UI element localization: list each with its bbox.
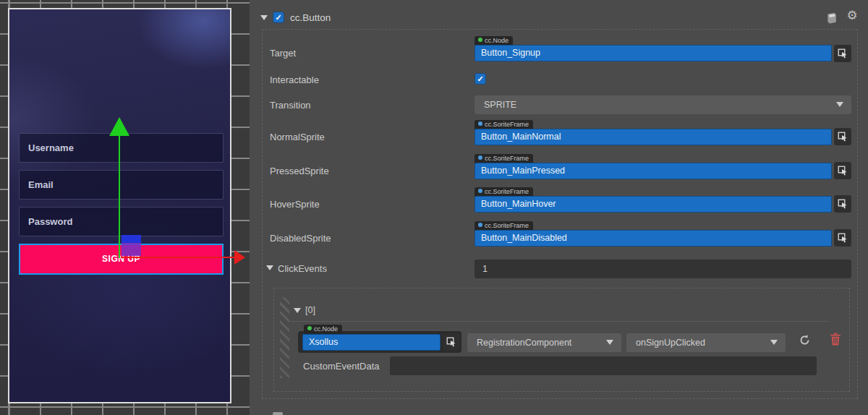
settings-gear-icon[interactable]: ⚙ [846,9,859,22]
clickevents-collapse-arrow-icon[interactable] [266,265,273,270]
event-node-reference-field[interactable]: Xsollus [302,334,441,351]
event-index-label: [0] [305,305,315,315]
help-book-icon[interactable] [825,12,838,25]
normal-sprite-label: NormalSprite [270,132,325,142]
editor-window: Username Email Password SIGN UP ✓ cc.But… [0,0,868,415]
hover-sprite-reference-field[interactable]: Button_MainHover [475,196,832,213]
email-field[interactable]: Email [19,170,224,200]
chevron-down-icon [606,340,613,345]
spriteframe-type-dot-icon [478,121,482,126]
event-handler-dropdown[interactable]: onSignUpClicked [626,333,786,352]
collapse-arrow-icon[interactable] [260,15,268,20]
node-type-dot-icon [307,326,312,330]
spriteframe-type-dot-icon [478,189,482,193]
hover-sprite-picker-button[interactable] [834,195,851,213]
gizmo-xy-plane-handle[interactable] [122,235,141,256]
normal-sprite-reference-field[interactable]: Button_MainNormal [475,129,832,145]
interactable-label: Interactable [270,74,319,85]
target-reference-field[interactable]: Button_Signup [475,45,832,61]
drag-handle-stripes[interactable] [280,297,289,378]
hover-sprite-label: HoverSprite [270,199,320,210]
pressed-sprite-picker-button[interactable] [834,162,851,179]
node-type-dot-icon [478,38,482,42]
gizmo-x-axis-arrow-icon[interactable] [234,250,245,265]
clickevent-item-panel: [0] cc.Node Xsollus RegistrationComponen… [273,288,850,392]
gizmo-y-axis-arrow-icon[interactable] [109,117,129,136]
disabled-sprite-reference-field[interactable]: Button_MainDisabled [475,230,832,247]
gizmo-y-axis-line[interactable] [119,134,120,258]
custom-event-data-input[interactable] [390,356,817,375]
password-field[interactable]: Password [19,207,224,236]
scene-view[interactable]: Username Email Password SIGN UP [0,0,250,415]
clickevents-count-field[interactable]: 1 [475,260,851,278]
event-component-dropdown[interactable]: RegistrationComponent [467,333,621,352]
pressed-sprite-reference-field[interactable]: Button_MainPressed [475,163,832,179]
spriteframe-type-dot-icon [478,155,482,160]
component-title: cc.Button [290,12,331,23]
pressed-sprite-label: PressedSprite [270,166,329,176]
event-node-picker-button[interactable] [443,333,460,351]
target-picker-button[interactable] [834,45,851,62]
component-header: ✓ cc.Button ⚙ [250,0,868,29]
chevron-down-icon [836,102,843,107]
delete-trash-icon[interactable] [830,333,843,347]
event-node-type-badge: cc.Node [304,325,342,334]
component-enabled-checkbox[interactable]: ✓ [273,12,284,23]
clickevents-label: ClickEvents [278,263,327,274]
gizmo-x-axis-line[interactable] [121,257,235,258]
transition-label: Transition [270,100,311,111]
event-collapse-arrow-icon[interactable] [294,308,301,313]
transition-dropdown[interactable]: SPRITE [475,95,851,114]
username-field[interactable]: Username [19,133,224,163]
disabled-sprite-label: DisabledSprite [270,233,331,244]
spriteframe-type-dot-icon [478,223,482,227]
normal-sprite-picker-button[interactable] [834,128,851,145]
target-label: Target [270,48,296,59]
disabled-sprite-picker-button[interactable] [834,229,851,247]
inspector-panel: ✓ cc.Button ⚙ Target cc.Node Button_Sign… [250,0,868,415]
interactable-checkbox[interactable]: ✓ [475,73,486,85]
next-component-partial[interactable] [273,412,283,415]
custom-event-data-label: CustomEventData [303,361,380,372]
refresh-icon[interactable] [799,334,813,348]
event-separator [290,321,829,322]
chevron-down-icon [770,340,778,345]
